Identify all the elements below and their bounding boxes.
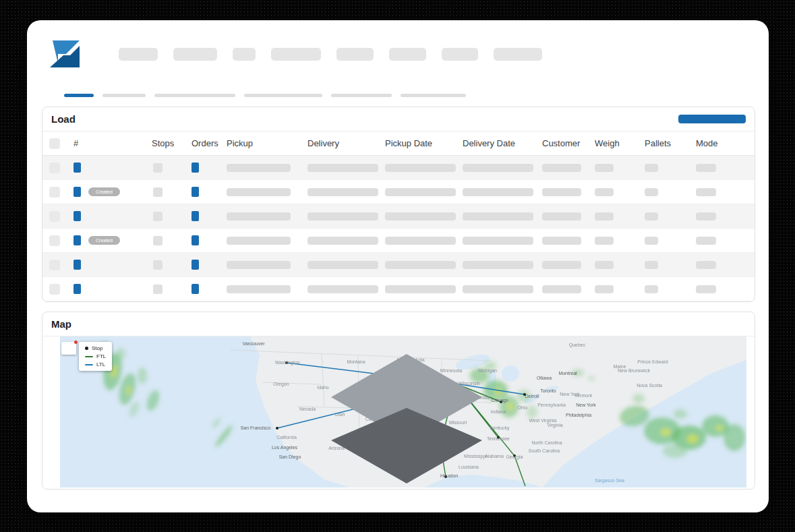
- load-table-body: CreatedCreated: [42, 156, 755, 301]
- column-header-mode: Mode: [696, 138, 755, 148]
- column-header-customer: Customer: [542, 138, 595, 148]
- delivery-placeholder: [307, 285, 378, 293]
- map-panel-title: Map: [51, 318, 71, 330]
- load-action-button[interactable]: [678, 115, 746, 123]
- legend-item-ftl: FTL: [85, 353, 106, 359]
- nav-item-4[interactable]: [271, 48, 321, 61]
- pallets-placeholder: [645, 188, 658, 196]
- table-row[interactable]: [42, 204, 755, 229]
- legend-item-ltl: LTL: [85, 361, 106, 367]
- column-header-pallets: Pallets: [645, 138, 696, 148]
- load-number-link[interactable]: [73, 260, 81, 270]
- delivery-date-placeholder: [463, 261, 533, 269]
- column-header-pickup-date: Pickup Date: [385, 138, 463, 148]
- stop-swatch-icon: [85, 347, 88, 350]
- pickup-date-placeholder: [385, 188, 456, 196]
- status-badge: Created: [88, 187, 120, 196]
- tab-1[interactable]: [64, 94, 94, 97]
- row-checkbox[interactable]: [49, 211, 60, 222]
- pickup-date-placeholder: [385, 285, 456, 293]
- orders-link[interactable]: [192, 284, 199, 294]
- table-row[interactable]: Created: [42, 229, 755, 253]
- app-window: Load #StopsOrdersPickupDeliveryPickup Da…: [27, 20, 769, 512]
- nav-item-1[interactable]: [119, 48, 158, 61]
- map-legend: StopFTLLTL: [79, 342, 112, 371]
- nav-item-8[interactable]: [494, 48, 542, 61]
- header-select-cell: [47, 138, 73, 149]
- map-layers-button[interactable]: [61, 342, 76, 355]
- load-number-link[interactable]: [73, 211, 81, 221]
- map-panel-header: Map: [42, 312, 755, 336]
- tab-3[interactable]: [154, 94, 235, 97]
- nav-item-2[interactable]: [173, 48, 217, 61]
- column-header-delivery-date: Delivery Date: [463, 138, 542, 148]
- load-number-link[interactable]: [73, 235, 81, 245]
- pallets-placeholder: [645, 164, 658, 172]
- legend-item-stop: Stop: [85, 345, 106, 351]
- load-panel-header: Load: [42, 107, 755, 131]
- load-number-link[interactable]: [73, 187, 81, 197]
- load-number-link[interactable]: [73, 284, 81, 294]
- customer-placeholder: [542, 188, 581, 196]
- map-canvas[interactable]: VancouverWashingtonMontanaNorth DakotaMi…: [60, 336, 746, 487]
- mode-placeholder: [696, 237, 716, 245]
- pickup-placeholder: [227, 261, 291, 269]
- select-all-checkbox[interactable]: [49, 138, 60, 149]
- orders-link[interactable]: [192, 260, 199, 270]
- pallets-placeholder: [645, 285, 658, 293]
- tab-5[interactable]: [331, 94, 392, 97]
- mode-placeholder: [696, 212, 716, 220]
- row-checkbox[interactable]: [49, 162, 60, 173]
- delivery-date-placeholder: [463, 237, 533, 245]
- delivery-placeholder: [307, 164, 378, 172]
- tab-6[interactable]: [401, 94, 466, 97]
- stops-placeholder: [153, 260, 163, 270]
- top-bar: [27, 20, 769, 71]
- weigh-placeholder: [595, 285, 614, 293]
- nav-item-6[interactable]: [389, 48, 426, 61]
- ltl-swatch-icon: [85, 364, 93, 365]
- weigh-placeholder: [595, 261, 614, 269]
- row-checkbox[interactable]: [49, 260, 60, 270]
- load-panel-title: Load: [51, 113, 76, 125]
- row-checkbox[interactable]: [49, 187, 60, 198]
- pickup-placeholder: [227, 212, 291, 220]
- nav-item-5[interactable]: [336, 48, 374, 61]
- orders-link[interactable]: [192, 187, 199, 197]
- legend-label: Stop: [92, 345, 102, 351]
- app-logo[interactable]: [43, 38, 82, 70]
- ftl-swatch-icon: [85, 356, 93, 357]
- mode-placeholder: [696, 164, 716, 172]
- tabs-row: [27, 71, 769, 97]
- table-row[interactable]: [42, 277, 755, 301]
- row-checkbox[interactable]: [49, 235, 60, 246]
- nav-item-3[interactable]: [233, 48, 256, 61]
- orders-link[interactable]: [192, 162, 199, 173]
- stops-placeholder: [153, 212, 163, 221]
- customer-placeholder: [542, 237, 581, 245]
- load-number-link[interactable]: [73, 162, 81, 173]
- table-row[interactable]: Created: [42, 180, 755, 204]
- weigh-placeholder: [595, 237, 614, 245]
- column-header-stops: Stops: [152, 138, 192, 148]
- weigh-placeholder: [595, 188, 614, 196]
- weigh-placeholder: [595, 212, 614, 220]
- row-checkbox[interactable]: [49, 284, 60, 295]
- pallets-placeholder: [645, 261, 658, 269]
- status-badge: Created: [88, 236, 120, 245]
- layers-icon: [63, 343, 746, 487]
- stops-placeholder: [153, 163, 163, 173]
- customer-placeholder: [542, 164, 581, 172]
- pickup-date-placeholder: [385, 164, 456, 172]
- orders-link[interactable]: [192, 235, 199, 245]
- tab-2[interactable]: [102, 94, 146, 97]
- tab-4[interactable]: [244, 94, 322, 97]
- table-row[interactable]: [42, 253, 755, 277]
- mode-placeholder: [696, 285, 716, 293]
- legend-label: FTL: [96, 353, 106, 359]
- delivery-placeholder: [307, 237, 378, 245]
- orders-link[interactable]: [192, 211, 199, 221]
- table-row[interactable]: [42, 156, 755, 180]
- column-header-weigh: Weigh: [595, 138, 645, 148]
- nav-item-7[interactable]: [442, 48, 478, 61]
